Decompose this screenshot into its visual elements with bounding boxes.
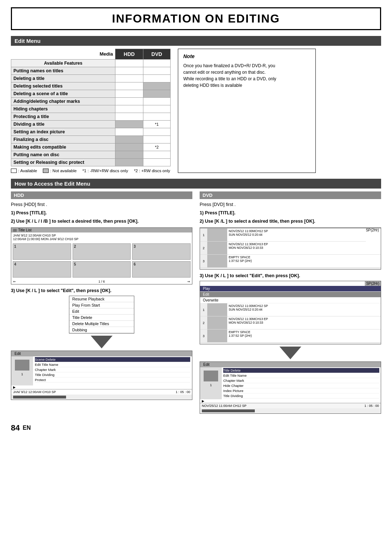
edit-right-panel-hdd: Scene DeleteEdit Title NameChapter MarkT… bbox=[33, 356, 192, 385]
menu-item[interactable]: Title Delete bbox=[69, 315, 134, 321]
dvd-cell bbox=[143, 67, 170, 75]
dvd-list-item: 3EMPTY SPACE1:37:52 SP (2Hr) bbox=[200, 329, 381, 343]
dvd-cell bbox=[143, 136, 170, 143]
dvd-thumb bbox=[207, 255, 227, 267]
how-to-header: How to Access the Edit Menu bbox=[11, 179, 381, 189]
edit-item[interactable]: Title Dividing bbox=[35, 372, 190, 377]
hdd-cell bbox=[115, 67, 143, 75]
dvd-edit-screen: Edit 1 Title DeleteEdit Title NameChapte… bbox=[200, 361, 381, 414]
dvd-cell bbox=[143, 151, 170, 159]
dvd-progress-bar bbox=[202, 409, 255, 412]
dvd-cell bbox=[143, 159, 170, 166]
hdd-step2: 2) Use [K / L / I /B ] to select a desir… bbox=[11, 218, 192, 225]
dvd-list-rows: 1NOV/25/12 11:00MCH12 SPSUN NOV/25/12 0:… bbox=[200, 229, 381, 268]
page-num-row: 84 EN bbox=[11, 423, 381, 433]
dvd-edit-item[interactable]: Chapter Mark bbox=[223, 378, 379, 383]
page-number: 84 bbox=[11, 423, 20, 433]
legend-available-label: : Available bbox=[18, 169, 37, 173]
edit-num-hdd: 1 bbox=[13, 372, 32, 376]
dvd-item-info: NOV/26/12 11:30MCH13 EPMON NOV/26/12 0:1… bbox=[227, 242, 381, 254]
dvd-sub-header: DVD bbox=[200, 191, 381, 199]
arrow-down-hdd bbox=[91, 336, 113, 348]
note-content: Once you have finalized a DVD+R/ DVD-R, … bbox=[183, 62, 310, 89]
dvd-edit-item[interactable]: Edit Title Name bbox=[223, 373, 379, 378]
features-label: Available Features bbox=[11, 60, 115, 67]
edit-footer-left-hdd: JAN/ 9/12 12:00AM CH10 SP bbox=[13, 390, 56, 394]
thumb-item: 4 bbox=[13, 261, 71, 278]
hdd-date-line2: 12:00AM (1:00:00) MON JAN/ 9/12 CH10 SP bbox=[13, 237, 190, 241]
nav-right-arrow: ⇒ bbox=[187, 280, 190, 283]
dvd-menu-item[interactable]: Play bbox=[200, 286, 381, 292]
dvd-list-footer bbox=[200, 268, 381, 269]
menu-item[interactable]: Delete Multiple Titles bbox=[69, 321, 134, 327]
dvd-cell: *1 bbox=[143, 121, 170, 128]
dvd-menu-items: PlayEditOverwrite bbox=[200, 286, 381, 303]
dvd-cell bbox=[143, 128, 170, 136]
thumb-item: 6 bbox=[132, 261, 191, 278]
dvd-cell: *2 bbox=[143, 143, 170, 151]
hdd-cell bbox=[115, 121, 143, 128]
dvd-edit-footer-right: 1 : 05 : 00 bbox=[364, 404, 379, 408]
hdd-cell bbox=[115, 113, 143, 121]
hdd-date-line1: JAN/ 9/12 12:00AM CH10 SP bbox=[13, 234, 190, 237]
dvd-item-info: NOV/25/12 11:00MCH12 SPSUN NOV/25/12 0:2… bbox=[227, 229, 366, 241]
dvd-item-info: EMPTY SPACE1:37:52 SP (2Hr) bbox=[227, 255, 381, 267]
dvd-step1: 1) Press [TITLE]. bbox=[200, 210, 381, 217]
edit-menu-table-wrap: Media HDD DVD Available Features Putting… bbox=[11, 49, 171, 173]
legend-available: : Available bbox=[11, 169, 37, 173]
dvd-thumb bbox=[207, 229, 227, 241]
arrow-down-dvd bbox=[279, 347, 301, 359]
menu-item[interactable]: Edit bbox=[69, 308, 134, 315]
thumb-item: 5 bbox=[73, 261, 131, 278]
dvd-edit-item[interactable]: Title Delete bbox=[223, 368, 379, 373]
nav-page: 1 / 6 bbox=[98, 280, 105, 283]
dvd-item-info: NOV/25/12 11:00MCH12 SPSUN NOV/25/12 0:2… bbox=[227, 303, 381, 316]
hdd-cell bbox=[115, 82, 143, 90]
screen-icon bbox=[13, 229, 17, 232]
edit-item[interactable]: Edit Title Name bbox=[35, 362, 190, 367]
dvd-edit-left: 1 bbox=[200, 367, 222, 399]
hdd-cell bbox=[115, 159, 143, 166]
legend-unavailable-box bbox=[43, 169, 49, 173]
dvd-cell bbox=[143, 98, 170, 105]
legend-unavailable: : Not available bbox=[43, 169, 77, 173]
note-title: Note bbox=[183, 53, 310, 60]
menu-item[interactable]: Resume Playback bbox=[69, 296, 134, 302]
note-line: cannot edit or record anything on that d… bbox=[183, 69, 310, 76]
dvd-list-item: 1NOV/25/12 11:00MCH12 SPSUN NOV/25/12 0:… bbox=[200, 229, 366, 242]
dvd-list-item: 3EMPTY SPACE1:37:52 SP (2Hr) bbox=[200, 255, 381, 268]
dvd-item-info: NOV/26/12 11:30MCH13 EPMON NOV/26/12 0:1… bbox=[227, 316, 381, 329]
hdd-cell bbox=[115, 90, 143, 98]
feature-label: Making edits compatible bbox=[11, 143, 115, 151]
hdd-screen-nav: ⇐ 1 / 6 ⇒ bbox=[11, 279, 192, 284]
dvd-thumb bbox=[207, 329, 227, 342]
feature-label: Deleting a title bbox=[11, 75, 115, 82]
feature-label: Deleting a scene of a title bbox=[11, 90, 115, 98]
edit-item[interactable]: Chapter Mark bbox=[35, 367, 190, 372]
note-box: Note Once you have finalized a DVD+R/ DV… bbox=[178, 49, 316, 173]
dvd-list-item: 1NOV/25/12 11:00MCH12 SPSUN NOV/25/12 0:… bbox=[200, 303, 381, 316]
edit-item[interactable]: Protect bbox=[35, 377, 190, 383]
dvd-menu-item[interactable]: Overwrite bbox=[200, 298, 381, 303]
menu-item[interactable]: Play From Start bbox=[69, 302, 134, 308]
menu-item[interactable]: Dubbing bbox=[69, 327, 134, 333]
dvd-item-num: 3 bbox=[200, 255, 207, 267]
dvd-menu-item[interactable]: Edit bbox=[200, 292, 381, 298]
dvd-edit-item[interactable]: Index Picture bbox=[223, 388, 379, 393]
dvd-edit-item[interactable]: Hide Chapter bbox=[223, 383, 379, 388]
dvd-item-num: 2 bbox=[200, 316, 207, 329]
legend-available-box bbox=[11, 169, 17, 173]
hdd-progress-bar bbox=[13, 396, 66, 399]
thumb-item: 3 bbox=[132, 243, 191, 260]
edit-item[interactable]: Scene Delete bbox=[35, 357, 190, 362]
dvd-menu-sp: SP(2Hr) bbox=[366, 282, 379, 286]
edit-footer-right-hdd: 1 : 05 : 00 bbox=[176, 390, 190, 394]
media-header: Media bbox=[11, 49, 115, 60]
dvd-list-screen: SP(2Hr) 1NOV/25/12 11:00MCH12 SPSUN NOV/… bbox=[200, 227, 381, 270]
dvd-cell bbox=[143, 82, 170, 90]
legend-row: : Available : Not available *1 : -RW/+RW… bbox=[11, 169, 171, 173]
dvd-edit-num: 1 bbox=[201, 383, 220, 387]
dvd-menu-screen: SP(2Hr) PlayEditOverwrite 1NOV/25/12 11:… bbox=[200, 281, 381, 344]
hdd-thumb-grid: 123456 bbox=[11, 242, 192, 279]
dvd-edit-item[interactable]: Title Dividing bbox=[223, 393, 379, 399]
